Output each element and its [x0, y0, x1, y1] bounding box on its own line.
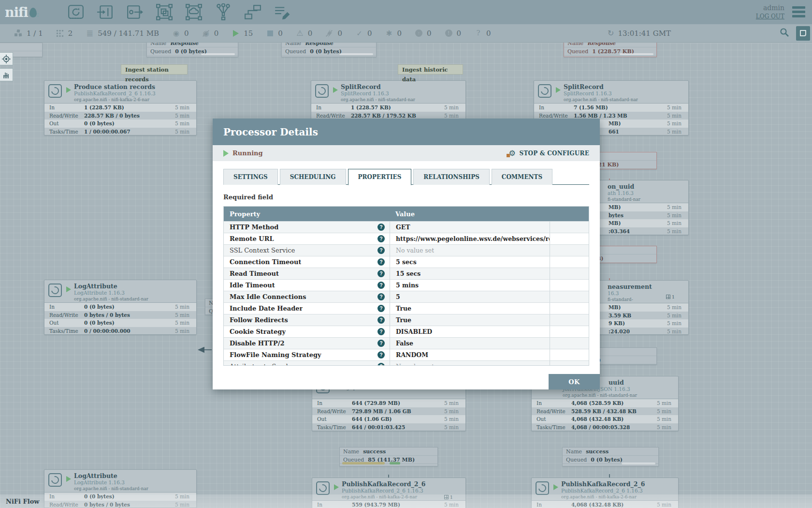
bulletin-panel-toggle[interactable] — [796, 26, 810, 41]
processor-logattribute[interactable]: LogAttribute LogAttribute 1.16.3 org.apa… — [44, 280, 197, 335]
check-icon: ✓ — [355, 30, 363, 37]
processor-type: PublishKafkaRecord_2_6 1.16.3 — [74, 90, 156, 97]
nifi-logo: nifi — [5, 5, 58, 20]
list-icon: ≣ — [86, 29, 94, 38]
connection-label-success-right[interactable]: Namesuccess Queued0 (0 bytes) — [562, 447, 659, 466]
running-icon — [232, 30, 240, 37]
property-row: Remote URL? https://www.pegelonline.wsv.… — [224, 233, 589, 244]
tab-settings[interactable]: SETTINGS — [223, 169, 278, 185]
navigate-palette-button[interactable] — [0, 52, 13, 65]
asterisk-icon: ✱ — [385, 30, 393, 37]
tab-properties[interactable]: PROPERTIES — [348, 169, 412, 185]
help-icon[interactable]: ? — [377, 340, 385, 347]
grid-icon — [56, 30, 64, 37]
question-icon: ? — [474, 30, 482, 37]
app-header: nifi admin LOG OUT — [0, 0, 812, 24]
locally-modified-count: ✱ 0 — [385, 29, 402, 38]
locally-modified-and-stale-count: ! 0 — [445, 29, 462, 38]
processor-bundle: org.apache.nifi - nifi-standard-nar — [341, 97, 415, 103]
component-toolbar — [67, 3, 291, 21]
current-user: admin — [756, 3, 784, 13]
tab-comments[interactable]: COMMENTS — [492, 169, 552, 185]
processor-type: PublishKafkaRecord_2_6 1.16.3 — [561, 488, 645, 494]
processor-name: PublishKafkaRecord_2_6 — [561, 480, 645, 488]
help-icon[interactable]: ? — [377, 351, 385, 359]
cluster-status: 1 / 1 — [14, 29, 43, 38]
property-row: Follow Redirects? True — [224, 314, 589, 326]
template-tool-icon[interactable] — [244, 3, 262, 21]
stale-count: ↑ 0 — [415, 29, 432, 38]
processor-type: LogAttribute 1.16.3 — [74, 479, 148, 486]
tab-relationships[interactable]: RELATIONSHIPS — [413, 169, 489, 185]
help-icon[interactable]: ? — [377, 293, 385, 300]
breadcrumb-bar: NiFi Flow — [0, 494, 812, 508]
help-icon[interactable]: ? — [377, 363, 385, 366]
label-tool-icon[interactable] — [273, 3, 291, 21]
processor-icon — [48, 473, 62, 487]
operate-palette-button[interactable] — [0, 68, 13, 81]
processor-tool-icon[interactable] — [67, 3, 85, 21]
transmitting-icon: ◉ — [172, 30, 180, 37]
invalid-count: ⚠ 0 — [296, 29, 313, 38]
column-value: Value — [390, 210, 550, 218]
queued-totals: ≣ 549 / 141.71 MB — [86, 29, 159, 38]
output-port-tool-icon[interactable] — [126, 3, 144, 21]
processor-name: LogAttribute — [74, 283, 148, 290]
stop-and-configure-button[interactable]: ⚙ STOP & CONFIGURE — [508, 149, 589, 158]
process-group-tool-icon[interactable] — [155, 3, 174, 21]
property-row: Max Idle Connections? 5 — [224, 291, 589, 302]
backpressure-count-bar — [390, 462, 400, 464]
help-icon[interactable]: ? — [377, 235, 385, 242]
help-icon[interactable]: ? — [377, 224, 385, 231]
required-field-note: Required field — [223, 194, 589, 201]
cluster-icon — [14, 30, 23, 37]
canvas-label-ingest-station-records[interactable]: Ingest station records — [121, 64, 188, 75]
running-status-icon — [66, 476, 71, 482]
breadcrumb[interactable]: NiFi Flow — [6, 498, 40, 505]
running-status-icon — [334, 484, 339, 490]
input-port-tool-icon[interactable] — [96, 3, 115, 21]
processor-icon — [316, 481, 330, 495]
running-status-icon — [556, 87, 561, 93]
property-row: Read Timeout? 15 secs — [224, 268, 589, 279]
remote-process-group-tool-icon[interactable] — [185, 3, 203, 21]
property-row: Include Date Header? True — [224, 302, 589, 314]
processor-bundle: org.apache.nifi - nifi-standard-nar — [536, 392, 674, 398]
processor-produce-station-records[interactable]: Produce station records PublishKafkaReco… — [44, 80, 197, 135]
processor-bundle: org.apache.nifi - nifi-kafka-2-6-nar — [74, 97, 156, 103]
help-icon[interactable]: ? — [377, 316, 385, 324]
column-property: Property — [224, 210, 390, 218]
backpressure-size-bar — [342, 462, 385, 464]
help-icon[interactable]: ? — [377, 270, 385, 277]
ok-button[interactable]: OK — [549, 374, 600, 389]
help-icon[interactable]: ? — [377, 247, 385, 254]
processor-type: PublishKafkaRecord_2_6 1.16.3 — [342, 488, 425, 494]
property-row: Disable HTTP/2? False — [224, 337, 589, 349]
version-badge: 1 — [666, 294, 675, 299]
processor-name: PublishKafkaRecord_2_6 — [342, 480, 425, 488]
help-icon[interactable]: ? — [377, 282, 385, 289]
connection-label-success-center[interactable]: Namesuccess Queued85 (141.37 MB) — [339, 447, 438, 466]
help-icon[interactable]: ? — [377, 305, 385, 312]
help-icon[interactable]: ? — [377, 258, 385, 266]
global-menu-icon[interactable] — [792, 6, 805, 17]
processor-name: SplitRecord — [564, 83, 638, 90]
process-group-count: 2 — [56, 29, 73, 38]
logout-link[interactable]: LOG OUT — [756, 13, 784, 20]
processor-bundle: org.apache.nifi - nifi-standard-nar — [74, 296, 148, 302]
stop-configure-icon: ⚙ — [508, 149, 517, 158]
tab-scheduling[interactable]: SCHEDULING — [280, 169, 346, 185]
sync-failure-count: ? 0 — [474, 29, 491, 38]
canvas-label-ingest-historic-data[interactable]: Ingest historic data — [398, 64, 463, 75]
running-status-label: Running — [232, 149, 263, 157]
help-icon[interactable]: ? — [377, 328, 385, 335]
not-transmitting-count: ◉ 0 — [202, 29, 219, 38]
property-row: Cookie Strategy? DISABLED — [224, 326, 589, 337]
processor-name: LogAttribute — [74, 472, 148, 479]
backpressure-bar — [622, 463, 655, 464]
funnel-tool-icon[interactable] — [214, 3, 232, 21]
up-to-date-count: ✓ 0 — [355, 29, 372, 38]
processor-stats: In1 (228.57 KB)5 min Read/Write228.57 KB… — [44, 103, 196, 135]
search-icon[interactable] — [780, 28, 789, 39]
refresh-icon[interactable]: ↻ — [608, 29, 614, 38]
